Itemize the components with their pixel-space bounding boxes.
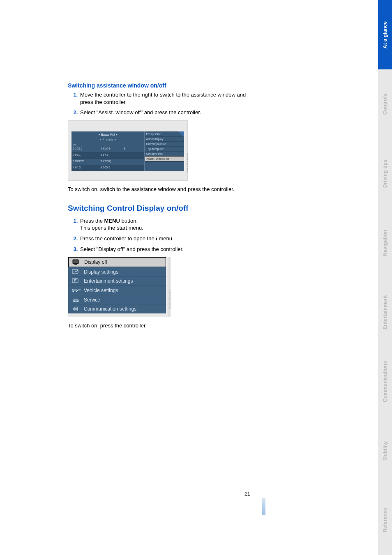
fig1-caption-stripe: ▮▮▮▮▮▮▮▮ <box>186 153 189 173</box>
menu-item-entertainment-settings: Entertainment settings <box>68 276 166 286</box>
preset-cell: 5 KLOS <box>99 146 122 152</box>
control-step-3: Select "Display off" and press the contr… <box>79 246 255 253</box>
fig1-right-item: Current position <box>145 141 184 146</box>
menu-item-service: Service <box>68 295 166 304</box>
control-display-steps: Press the MENU button. This opens the st… <box>68 217 255 253</box>
preset-cell: 8 100.5 <box>99 165 122 171</box>
menu-item-label: Service <box>84 297 100 303</box>
svg-point-7 <box>74 301 75 302</box>
tab-reference[interactable]: Reference <box>378 486 392 555</box>
entertainment-settings-icon <box>71 278 81 284</box>
assist-steps: Move the controller to the right to swit… <box>68 91 255 116</box>
assist-step-2: Select "Assist. window off" and press th… <box>79 109 255 116</box>
fig1-set-label: set <box>71 143 144 146</box>
tab-at-a-glance[interactable]: At a glance <box>378 0 392 69</box>
svg-rect-4 <box>72 279 78 283</box>
svg-point-6 <box>76 290 77 292</box>
page: At a glance Controls Driving tips Naviga… <box>0 0 392 555</box>
fig2-caption-stripe: ▮▮▮▮▮▮▮▮ <box>169 290 171 309</box>
fig1-right-item: Trip computer <box>145 146 184 151</box>
tab-navigation[interactable]: Navigation <box>378 208 392 278</box>
control-after-text: To switch on, press the controller. <box>68 322 255 329</box>
heading-assist-window: Switching assistance window on/off <box>68 82 255 89</box>
menu-button-label: MENU <box>104 218 120 224</box>
monitor-icon <box>72 259 81 265</box>
svg-rect-3 <box>72 269 78 274</box>
menu-item-label: Display settings <box>84 269 118 275</box>
tab-communications[interactable]: Communications <box>378 347 392 416</box>
preset-cell: 7 KROQ <box>99 159 122 165</box>
page-edge-marker <box>262 498 265 515</box>
menu-item-label: Vehicle settings <box>84 288 118 293</box>
menu-item-display-off: Display off <box>68 257 166 267</box>
preset-cell: 9 <box>122 146 144 152</box>
fig1-corner-accent <box>178 131 184 137</box>
menu-item-vehicle-settings: Vehicle settings <box>68 286 166 295</box>
control-step-2: Press the controller to open the i menu. <box>79 235 255 242</box>
fig1-presets: 1 103.55 KLOS9 2 99.16 97.5 3 WNYC7 KROQ… <box>71 146 144 171</box>
menu-item-label: Entertainment settings <box>84 278 133 284</box>
fig1-right-item-selected: Assist. window off <box>145 156 184 161</box>
menu-item-display-settings: Display settings <box>68 267 166 276</box>
svg-rect-1 <box>74 260 78 263</box>
service-icon <box>71 297 81 303</box>
fig1-right-item: Onboard info <box>145 151 184 156</box>
page-number: 21 <box>244 491 250 497</box>
preset-cell: 6 97.5 <box>99 152 122 159</box>
tab-driving-tips[interactable]: Driving tips <box>378 139 392 208</box>
svg-point-8 <box>77 301 78 302</box>
control-step-1: Press the MENU button. This opens the st… <box>79 217 255 232</box>
assist-after-text: To switch on, switch to the assistance w… <box>68 186 255 193</box>
preset-cell: 1 103.5 <box>71 146 99 152</box>
preset-cell: 4 94.3 <box>71 165 99 171</box>
thumb-index: At a glance Controls Driving tips Naviga… <box>378 0 392 555</box>
assist-step-1: Move the controller to the right to swit… <box>79 91 255 106</box>
fig1-right-menu: Perspective Arrow display Current positi… <box>145 131 184 171</box>
body-column: Switching assistance window on/off Move … <box>68 82 255 334</box>
communication-settings-icon <box>71 306 81 312</box>
tab-controls[interactable]: Controls <box>378 69 392 139</box>
preset-cell: 2 99.1 <box>71 152 99 159</box>
preset-cell: 3 WNYC <box>71 159 99 165</box>
preset-cell <box>122 165 144 171</box>
display-settings-icon <box>71 269 81 275</box>
figure-settings-menu: Display off Display settings Entertainme… <box>68 257 171 317</box>
vehicle-settings-icon <box>71 288 81 293</box>
figure-assist-window: ▸ ▮▬▬ FM ▸ ▸ Presets ▸ set 1 103.55 KLOS… <box>68 120 188 181</box>
fig1-band: ▸ ▮▬▬ FM ▸ <box>99 133 118 136</box>
tab-entertainment[interactable]: Entertainment <box>378 278 392 347</box>
menu-item-communication-settings: Communication settings <box>68 304 166 313</box>
menu-item-label: Display off <box>84 259 107 265</box>
heading-control-display: Switching Control Display on/off <box>68 203 255 213</box>
menu-item-label: Communication settings <box>84 306 136 312</box>
fig1-subtitle: Presets <box>102 138 113 141</box>
svg-rect-2 <box>74 264 77 265</box>
tab-mobility[interactable]: Mobility <box>378 416 392 486</box>
preset-cell <box>122 159 144 165</box>
preset-cell <box>122 152 144 159</box>
